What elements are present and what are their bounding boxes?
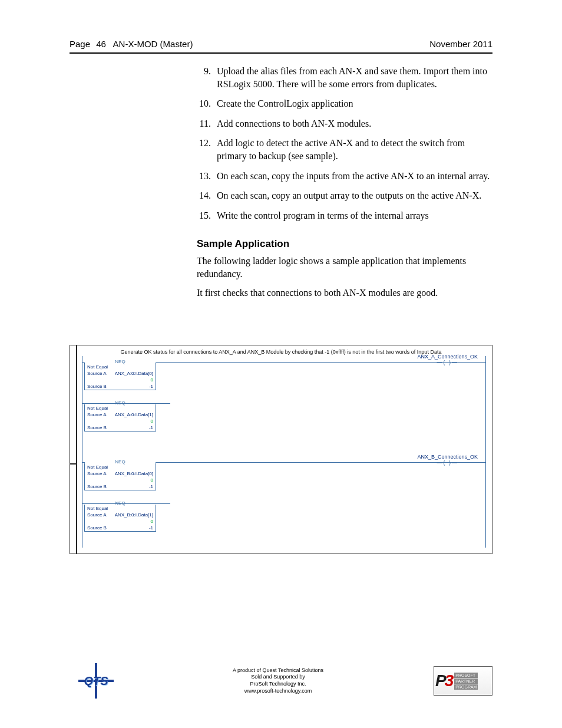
rung-marker — [70, 463, 76, 465]
body-column: Upload the alias files from each AN-X an… — [197, 65, 492, 305]
neq-instruction: NEQNot EqualSource AANX_B:0:I.Data[1]0So… — [84, 505, 156, 532]
step-item: Add connections to both AN-X modules. — [213, 117, 492, 130]
source-a-label: Source A — [87, 512, 106, 518]
coil-tag: ANX_A_Connections_OK — [417, 354, 478, 360]
power-rail-right — [485, 356, 486, 548]
step-item: Create the ControlLogix application — [213, 97, 492, 110]
page-footer: QTS A product of Quest Technical Solutio… — [70, 657, 492, 704]
source-a-tag: ANX_A:0:I.Data[1] — [115, 412, 153, 417]
qts-logo: QTS — [70, 663, 123, 699]
p3-label: PARTNER — [454, 678, 478, 684]
source-a-value: 0 — [151, 519, 153, 524]
section-heading: Sample Application — [197, 238, 492, 250]
source-a-tag: ANX_A:0:I.Data[0] — [115, 371, 153, 376]
footer-line: www.prosoft-technology.com — [123, 688, 434, 695]
paragraph: The following ladder logic shows a sampl… — [197, 255, 492, 280]
qts-logo-text: QTS — [84, 674, 108, 688]
source-b-label: Source B — [87, 525, 107, 531]
source-a-tag: ANX_B:0:I.Data[1] — [115, 512, 153, 518]
p3-letter-p: P — [435, 671, 445, 690]
header-date: November 2011 — [429, 39, 492, 49]
coil-symbol: —( )— — [417, 360, 478, 365]
prosoft-partner-logo: P3 PROSOFT PARTNER PROGRAM — [434, 666, 492, 696]
source-a-value: 0 — [151, 419, 153, 424]
p3-digit-3: 3 — [445, 671, 452, 690]
p3-labels: PROSOFT PARTNER PROGRAM — [454, 672, 478, 690]
branch-join — [82, 362, 97, 404]
coil-symbol: —( )— — [417, 460, 478, 466]
step-item: Write the control program in terms of th… — [213, 209, 492, 222]
source-b-value: -1 — [149, 484, 153, 489]
paragraph: It first checks that connections to both… — [197, 286, 492, 299]
numbered-steps: Upload the alias files from each AN-X an… — [197, 65, 492, 222]
source-b-value: -1 — [149, 425, 153, 430]
footer-line: ProSoft Technology Inc. — [123, 681, 434, 688]
doc-title: AN-X-MOD (Master) — [113, 39, 193, 49]
instruction-name: Not Equal — [85, 405, 156, 411]
footer-line: A product of Quest Technical Solutions — [123, 667, 434, 674]
step-item: Upload the alias files from each AN-X an… — [213, 65, 492, 90]
source-a-tag: ANX_B:0:I.Data[0] — [115, 471, 153, 476]
instruction-name: Not Equal — [85, 505, 156, 512]
source-b-label: Source B — [87, 425, 107, 430]
p3-label: PROGRAM — [454, 684, 478, 690]
step-item: Add logic to detect the active AN-X and … — [213, 137, 492, 162]
source-a-value: 0 — [151, 477, 153, 483]
source-a-value: 0 — [151, 377, 153, 383]
coil-tag: ANX_B_Connections_OK — [417, 454, 478, 460]
branch-join — [82, 462, 97, 504]
output-coil: ANX_A_Connections_OK—( )— — [417, 354, 478, 365]
page-label: Page — [70, 39, 90, 49]
ladder-logic-figure: Generate OK status for all connections t… — [70, 345, 492, 554]
step-item: On each scan, copy the inputs from the a… — [213, 170, 492, 183]
output-coil: ANX_B_Connections_OK—( )— — [417, 454, 478, 466]
source-a-label: Source A — [87, 412, 106, 417]
source-b-value: -1 — [149, 384, 153, 389]
page-header: Page 46 AN-X-MOD (Master) November 2011 — [70, 39, 492, 54]
power-rail-outer — [76, 345, 77, 554]
footer-text: A product of Quest Technical Solutions S… — [123, 667, 434, 695]
p3-logo-text: P3 — [435, 671, 452, 690]
step-item: On each scan, copy an output array to th… — [213, 189, 492, 202]
footer-line: Sold and Supported by — [123, 674, 434, 681]
p3-label: PROSOFT — [454, 673, 478, 678]
header-left: Page 46 AN-X-MOD (Master) — [70, 39, 193, 49]
page-number: 46 — [96, 39, 106, 49]
source-b-value: -1 — [149, 525, 153, 531]
neq-instruction: NEQNot EqualSource AANX_A:0:I.Data[1]0So… — [84, 404, 156, 431]
